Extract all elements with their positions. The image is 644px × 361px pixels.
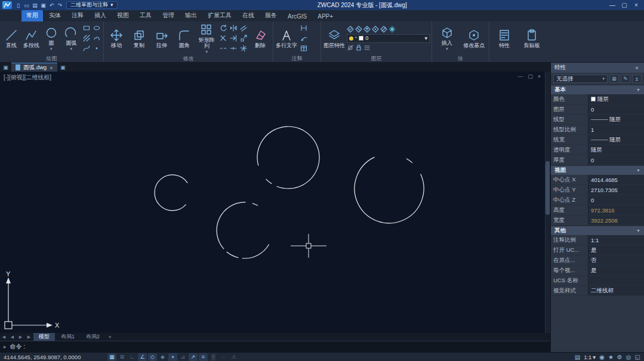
ducs-toggle-icon[interactable]: ⊿	[178, 353, 187, 361]
layer-properties-button[interactable]: 图层特性	[323, 29, 346, 48]
snap-toggle-icon[interactable]: ⊞	[118, 353, 127, 361]
grid-toggle-icon[interactable]: ▦	[107, 353, 116, 361]
maximize-button[interactable]: ▢	[619, 1, 630, 10]
arc-entity[interactable]	[355, 157, 424, 223]
group-label-layers[interactable]: 图层	[321, 55, 432, 62]
tab-layout2[interactable]: 布局2	[81, 333, 105, 341]
transparency-toggle-icon[interactable]: ▒	[209, 353, 218, 361]
insert-block-button[interactable]: 插入 ▾	[434, 26, 460, 51]
ribbon-tab-online[interactable]: 在线	[238, 10, 259, 21]
ribbon-tab-annotate[interactable]: 注释	[67, 10, 88, 21]
previous-layer-icon[interactable]	[363, 26, 371, 33]
group-label-draw[interactable]: 绘图	[0, 55, 103, 62]
freeze-layer-icon[interactable]	[389, 26, 396, 33]
layer-off-icon[interactable]	[347, 44, 354, 51]
layer-color-chip[interactable]	[359, 36, 363, 41]
doc-minimize-icon[interactable]: —	[517, 73, 523, 79]
spline-icon[interactable]	[82, 44, 91, 53]
model-space-view[interactable]: Y X	[0, 72, 550, 333]
polyline-button[interactable]: 多段线	[22, 29, 41, 48]
zwcad-logo-icon[interactable]	[2, 1, 12, 9]
arc-button[interactable]: 圆弧 ▾	[62, 26, 81, 51]
workspace-dropdown[interactable]: 二维草图与注释 ▾	[66, 1, 118, 9]
properties-palette-button[interactable]: 特性	[491, 29, 517, 48]
panel-close-icon[interactable]: ×	[633, 64, 640, 71]
ribbon-tab-output[interactable]: 输出	[180, 10, 202, 21]
unisolate-layer-icon[interactable]	[380, 26, 387, 33]
hatch-icon[interactable]	[82, 33, 91, 43]
chevron-down-icon[interactable]: ▾	[446, 47, 448, 51]
undo-icon[interactable]: ↶	[48, 2, 56, 8]
ribbon-tab-express[interactable]: 扩展工具	[203, 10, 236, 21]
select-objects-icon[interactable]: ✎	[621, 75, 630, 83]
leader-icon[interactable]	[299, 33, 309, 43]
arc-entity[interactable]	[155, 175, 187, 211]
chevron-down-icon[interactable]: ▾	[50, 47, 53, 51]
line-button[interactable]: 直线	[2, 29, 21, 48]
arc-entity[interactable]	[242, 245, 269, 258]
annotation-scale-dropdown[interactable]: 1:1 ▾	[584, 354, 596, 360]
add-layout-button[interactable]: +	[106, 334, 114, 340]
section-general[interactable]: 基本 ▼	[551, 85, 644, 94]
first-layout-icon[interactable]: ◀	[0, 335, 8, 340]
osnap-toggle-icon[interactable]: ◇	[148, 353, 157, 361]
polar-toggle-icon[interactable]: ∠	[138, 353, 147, 361]
selection-dropdown[interactable]: 无选择 ▾	[553, 75, 608, 83]
ribbon-tab-manage[interactable]: 管理	[158, 10, 179, 21]
arc-entity[interactable]	[266, 179, 272, 184]
mirror-icon[interactable]	[229, 23, 238, 33]
trim-icon[interactable]	[218, 33, 228, 43]
redo-icon[interactable]: ↷	[56, 2, 64, 8]
section-view[interactable]: 视图 ▼	[551, 165, 644, 175]
extend-icon[interactable]	[229, 33, 238, 43]
chevron-down-icon[interactable]: ▾	[205, 50, 208, 54]
ribbon-tab-services[interactable]: 服务	[260, 10, 282, 21]
collapse-icon[interactable]: ▼	[636, 168, 640, 172]
chevron-down-icon[interactable]: ▾	[70, 47, 72, 51]
start-tab-icon[interactable]: ▣	[1, 64, 10, 70]
otrack-toggle-icon[interactable]: ⌖	[168, 353, 177, 361]
group-label-modify[interactable]: 修改	[104, 55, 273, 62]
ribbon-tab-app-plus[interactable]: APP+	[313, 12, 338, 21]
offset-icon[interactable]	[239, 23, 248, 33]
osnap-3d-toggle-icon[interactable]: ◆	[158, 353, 167, 361]
ribbon-tab-view[interactable]: 视图	[112, 10, 134, 21]
open-file-icon[interactable]: ▭	[23, 2, 30, 8]
prev-layout-icon[interactable]: ◀	[8, 335, 16, 340]
cursor-coordinates[interactable]: 4144.5645, 2549.9087, 0.0000	[4, 354, 104, 360]
new-drawing-tab-icon[interactable]: ▣	[58, 64, 67, 70]
make-current-layer-icon[interactable]	[347, 26, 354, 33]
edit-base-point-button[interactable]: 修改基点	[461, 29, 488, 48]
ribbon-tab-arcgis[interactable]: ArcGIS	[283, 12, 312, 21]
clipboard-button[interactable]: 剪贴板	[519, 29, 545, 48]
annotation-monitor-icon[interactable]: ⚠	[229, 353, 238, 361]
rectangle-icon[interactable]	[82, 23, 91, 33]
tab-model[interactable]: 模型	[33, 333, 55, 341]
stretch-button[interactable]: 拉伸	[151, 29, 172, 48]
copy-button[interactable]: 复制	[128, 29, 150, 48]
dyn-toggle-icon[interactable]: ↗	[189, 353, 198, 361]
lineweight-toggle-icon[interactable]: ≡	[199, 353, 208, 361]
move-button[interactable]: 移动	[106, 29, 127, 48]
vertical-scrollbar[interactable]	[545, 72, 550, 333]
new-file-icon[interactable]: ▯	[14, 2, 22, 8]
break-icon[interactable]	[218, 44, 228, 53]
next-layout-icon[interactable]: ▶	[17, 335, 24, 340]
layer-freeze-icon[interactable]: *	[355, 36, 358, 41]
group-label-annotate[interactable]: 注释	[273, 55, 321, 62]
ribbon-tab-home[interactable]: 常用	[21, 10, 43, 21]
arc-entity[interactable]	[227, 252, 239, 258]
tab-layout1[interactable]: 布局1	[56, 333, 80, 341]
rect-array-button[interactable]: 矩形阵列 ▾	[196, 23, 217, 54]
layer-walk-icon[interactable]	[363, 44, 371, 51]
circle-button[interactable]: 圆 ▾	[42, 26, 61, 51]
point-icon[interactable]	[92, 44, 101, 53]
scale-icon[interactable]	[239, 33, 248, 43]
fillet-button[interactable]: 圆角	[173, 29, 195, 48]
last-layout-icon[interactable]: ▶	[25, 335, 33, 340]
isolate-layer-icon[interactable]	[372, 26, 379, 33]
workspace-switch-icon[interactable]: ⚙	[617, 354, 623, 360]
print-icon[interactable]: ▣	[39, 2, 47, 8]
quick-select-icon[interactable]: ⊞	[609, 75, 619, 83]
command-line[interactable]: ▸ 命令 :	[0, 341, 550, 352]
